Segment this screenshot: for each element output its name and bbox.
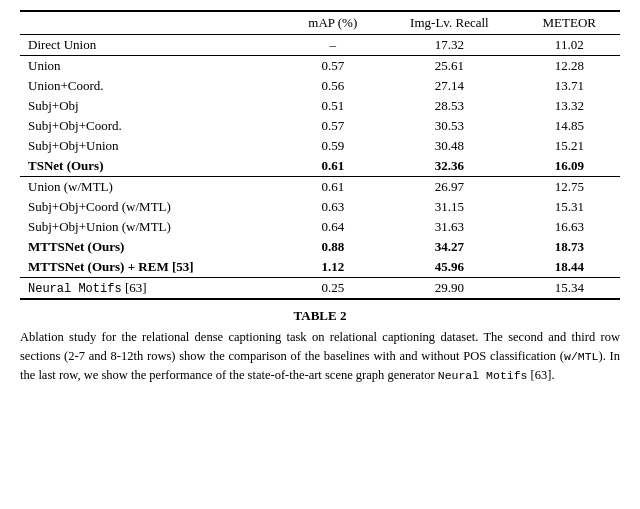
cell-method: Subj+Obj [20, 96, 285, 116]
table-row: Subj+Obj+Coord (w/MTL)0.6331.1515.31 [20, 197, 620, 217]
cell-meteor: 12.75 [519, 177, 621, 198]
cell-method: Neural Motifs [63] [20, 278, 285, 300]
cell-meteor: 16.09 [519, 156, 621, 177]
cell-method: Union (w/MTL) [20, 177, 285, 198]
cell-method: Subj+Obj+Coord (w/MTL) [20, 197, 285, 217]
cell-recall: 26.97 [380, 177, 518, 198]
table-row: Union0.5725.6112.28 [20, 56, 620, 77]
cell-map: – [285, 35, 380, 56]
cell-recall: 34.27 [380, 237, 518, 257]
caption-text: Ablation study for the relational dense … [20, 328, 620, 384]
table-row: Neural Motifs [63]0.2529.9015.34 [20, 278, 620, 300]
caption-mono1: w/MTL [564, 350, 599, 363]
cell-meteor: 16.63 [519, 217, 621, 237]
table-container: mAP (%) Img-Lv. Recall METEOR Direct Uni… [20, 10, 620, 384]
cell-recall: 30.53 [380, 116, 518, 136]
cell-meteor: 14.85 [519, 116, 621, 136]
cell-method: Subj+Obj+Union [20, 136, 285, 156]
results-table: mAP (%) Img-Lv. Recall METEOR Direct Uni… [20, 10, 620, 300]
table-row: Subj+Obj+Coord.0.5730.5314.85 [20, 116, 620, 136]
cell-recall: 45.96 [380, 257, 518, 278]
cell-recall: 31.15 [380, 197, 518, 217]
cell-meteor: 18.44 [519, 257, 621, 278]
caption-mono2: Neural Motifs [438, 369, 528, 382]
cell-method: TSNet (Ours) [20, 156, 285, 177]
cell-recall: 30.48 [380, 136, 518, 156]
caption-text-part3: [63]. [527, 368, 554, 382]
cell-map: 1.12 [285, 257, 380, 278]
cell-method: Union [20, 56, 285, 77]
col-header-map: mAP (%) [285, 11, 380, 35]
cell-map: 0.25 [285, 278, 380, 300]
table-row: TSNet (Ours)0.6132.3616.09 [20, 156, 620, 177]
caption-text-part1: Ablation study for the relational dense … [20, 330, 620, 363]
cell-recall: 28.53 [380, 96, 518, 116]
table-row: Subj+Obj+Union0.5930.4815.21 [20, 136, 620, 156]
table-row: MTTSNet (Ours)0.8834.2718.73 [20, 237, 620, 257]
col-header-recall: Img-Lv. Recall [380, 11, 518, 35]
cell-method: MTTSNet (Ours) [20, 237, 285, 257]
cell-map: 0.57 [285, 116, 380, 136]
cell-recall: 27.14 [380, 76, 518, 96]
cell-map: 0.56 [285, 76, 380, 96]
table-row: Union (w/MTL)0.6126.9712.75 [20, 177, 620, 198]
table-row: Subj+Obj0.5128.5313.32 [20, 96, 620, 116]
table-row: Subj+Obj+Union (w/MTL)0.6431.6316.63 [20, 217, 620, 237]
table-row: Union+Coord.0.5627.1413.71 [20, 76, 620, 96]
cell-map: 0.88 [285, 237, 380, 257]
cell-recall: 31.63 [380, 217, 518, 237]
col-header-meteor: METEOR [519, 11, 621, 35]
table-row: MTTSNet (Ours) + REM [53]1.1245.9618.44 [20, 257, 620, 278]
cell-map: 0.64 [285, 217, 380, 237]
cell-meteor: 15.21 [519, 136, 621, 156]
cell-meteor: 11.02 [519, 35, 621, 56]
cell-recall: 25.61 [380, 56, 518, 77]
cell-recall: 17.32 [380, 35, 518, 56]
cell-map: 0.51 [285, 96, 380, 116]
cell-meteor: 12.28 [519, 56, 621, 77]
cell-method: Subj+Obj+Coord. [20, 116, 285, 136]
cell-method: Direct Union [20, 35, 285, 56]
cell-meteor: 15.34 [519, 278, 621, 300]
cell-recall: 29.90 [380, 278, 518, 300]
cell-recall: 32.36 [380, 156, 518, 177]
cell-map: 0.57 [285, 56, 380, 77]
cell-meteor: 13.71 [519, 76, 621, 96]
caption-title: TABLE 2 [20, 308, 620, 324]
cell-meteor: 13.32 [519, 96, 621, 116]
cell-method: MTTSNet (Ours) + REM [53] [20, 257, 285, 278]
cell-map: 0.63 [285, 197, 380, 217]
cell-map: 0.61 [285, 156, 380, 177]
cell-method: Subj+Obj+Union (w/MTL) [20, 217, 285, 237]
cell-map: 0.59 [285, 136, 380, 156]
table-row: Direct Union–17.3211.02 [20, 35, 620, 56]
cell-meteor: 15.31 [519, 197, 621, 217]
cell-meteor: 18.73 [519, 237, 621, 257]
col-header-method [20, 11, 285, 35]
cell-map: 0.61 [285, 177, 380, 198]
cell-method: Union+Coord. [20, 76, 285, 96]
